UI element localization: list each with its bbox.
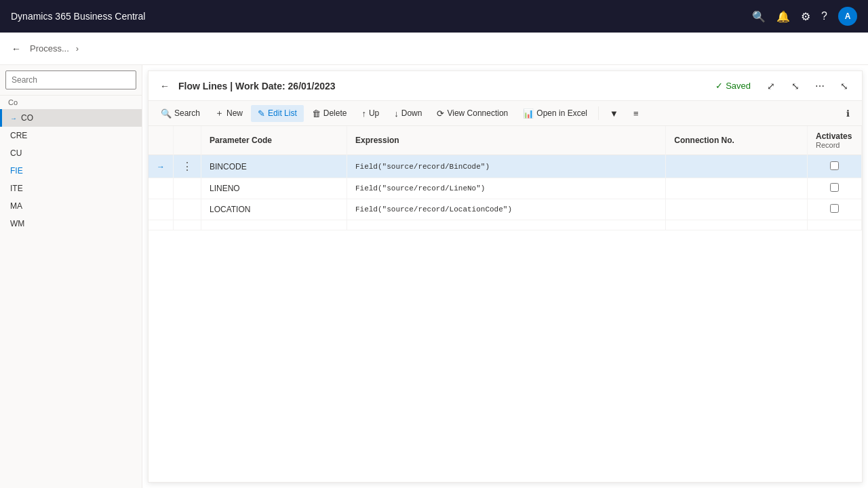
row-expression: Field("source/record/LineNo") — [347, 178, 665, 199]
avatar[interactable]: A — [838, 7, 857, 26]
search-button[interactable]: 🔍 Search — [154, 105, 207, 122]
sidebar-item-label: ITE — [10, 184, 23, 193]
notification-icon[interactable]: 🔔 — [776, 10, 790, 23]
filter-icon: ▼ — [610, 108, 618, 119]
th-connection-no: Connection No. — [666, 126, 808, 155]
table-row[interactable]: LOCATION Field("source/record/LocationCo… — [149, 199, 862, 220]
row-activates-record[interactable] — [808, 155, 862, 178]
row-arrow — [149, 199, 174, 220]
delete-button[interactable]: 🗑 Delete — [305, 105, 354, 122]
row-parameter-code: LOCATION — [201, 199, 347, 220]
saved-button[interactable]: ✓ Saved — [710, 78, 756, 94]
search-label: Search — [174, 108, 200, 118]
sidebar: Co → CO CRE CU FIE ITE MA WM — [0, 65, 142, 488]
row-menu[interactable] — [174, 178, 201, 199]
row-parameter-code: LINENO — [201, 178, 347, 199]
sidebar-item-label: CRE — [10, 131, 27, 140]
search-icon[interactable]: 🔍 — [752, 10, 766, 23]
row-connection-no — [666, 220, 808, 230]
topbar: Dynamics 365 Business Central 🔍 🔔 ⚙ ? A — [0, 0, 868, 33]
sidebar-item-cre[interactable]: CRE — [0, 127, 142, 144]
toolbar: 🔍 Search ＋ New ✎ Edit List 🗑 Delete ↑ — [149, 101, 862, 126]
delete-label: Delete — [323, 108, 347, 118]
open-in-excel-button[interactable]: 📊 Open in Excel — [516, 105, 594, 122]
sidebar-item-co[interactable]: → CO — [0, 109, 142, 127]
search-toolbar-icon: 🔍 — [161, 108, 172, 119]
excel-icon: 📊 — [523, 108, 534, 119]
sidebar-item-ma[interactable]: MA — [0, 197, 142, 215]
main-content: ← Flow Lines | Work Date: 26/01/2023 ✓ S… — [142, 65, 868, 488]
view-connection-button[interactable]: ⟳ View Connection — [430, 105, 515, 122]
row-menu[interactable] — [174, 199, 201, 220]
info-icon: ℹ — [846, 108, 850, 119]
sub-panel-title: Flow Lines | Work Date: 26/01/2023 — [178, 81, 705, 92]
th-activates-record: Activates Record — [808, 126, 862, 155]
row-connection-no — [666, 178, 808, 199]
expand-icon[interactable]: ⤡ — [786, 77, 805, 96]
row-parameter-code: BINCODE — [201, 155, 347, 178]
activates-record-checkbox[interactable] — [830, 161, 839, 170]
open-in-excel-label: Open in Excel — [536, 108, 587, 118]
sub-panel-back-button[interactable]: ← — [157, 78, 173, 94]
columns-icon: ≡ — [633, 108, 639, 119]
arrow-icon: → — [10, 115, 17, 122]
edit-list-icon: ✎ — [258, 108, 265, 119]
filter-button[interactable]: ▼ — [603, 105, 625, 122]
table-row[interactable]: LINENO Field("source/record/LineNo") — [149, 178, 862, 199]
table-row[interactable]: → ⋮ BINCODE Field("source/record/BinCode… — [149, 155, 862, 178]
th-expression: Expression — [347, 126, 665, 155]
table-container: Parameter Code Expression Connection No.… — [149, 126, 862, 482]
down-button[interactable]: ↓ Down — [387, 105, 429, 122]
row-expression: Field("source/record/LocationCode") — [347, 199, 665, 220]
new-icon: ＋ — [215, 107, 224, 119]
saved-checkmark-icon: ✓ — [715, 81, 723, 91]
up-icon: ↑ — [361, 108, 366, 119]
edit-list-button[interactable]: ✎ Edit List — [251, 105, 304, 122]
saved-label: Saved — [726, 81, 751, 91]
row-activates-record[interactable] — [808, 199, 862, 220]
nav-back-button[interactable]: ← — [5, 38, 27, 60]
table-row[interactable] — [149, 220, 862, 230]
new-button[interactable]: ＋ New — [208, 104, 250, 123]
sidebar-item-ite[interactable]: ITE — [0, 180, 142, 197]
view-connection-icon: ⟳ — [437, 108, 444, 119]
row-menu[interactable]: ⋮ — [174, 155, 201, 178]
navbar: ← Process... › — [0, 33, 868, 65]
row-menu[interactable] — [174, 220, 201, 230]
row-activates-record[interactable] — [808, 178, 862, 199]
more-options-icon[interactable]: ⋯ — [810, 77, 829, 96]
activates-record-checkbox[interactable] — [830, 204, 839, 213]
columns-button[interactable]: ≡ — [627, 105, 646, 122]
activates-record-checkbox[interactable] — [830, 183, 839, 192]
th-menu — [174, 126, 201, 155]
info-button[interactable]: ℹ — [840, 105, 856, 122]
new-label: New — [226, 108, 243, 118]
sidebar-item-empty[interactable] — [0, 232, 142, 241]
open-external-icon[interactable]: ⤢ — [762, 77, 781, 96]
edit-list-label: Edit List — [268, 108, 297, 118]
row-activates-record[interactable] — [808, 220, 862, 230]
row-connection-no — [666, 199, 808, 220]
sub-panel: ← Flow Lines | Work Date: 26/01/2023 ✓ S… — [148, 70, 863, 483]
toolbar-separator — [598, 106, 599, 120]
search-input[interactable] — [5, 70, 136, 89]
breadcrumb-parent: Process... — [30, 43, 69, 54]
sidebar-item-label: CO — [21, 113, 33, 123]
row-arrow — [149, 178, 174, 199]
help-icon[interactable]: ? — [821, 10, 827, 22]
row-parameter-code — [201, 220, 347, 230]
sidebar-item-cu[interactable]: CU — [0, 144, 142, 162]
sidebar-item-wm[interactable]: WM — [0, 215, 142, 232]
content-area: Co → CO CRE CU FIE ITE MA WM — [0, 65, 868, 488]
sub-panel-header: ← Flow Lines | Work Date: 26/01/2023 ✓ S… — [149, 71, 862, 101]
sidebar-item-fie[interactable]: FIE — [0, 162, 142, 180]
view-connection-label: View Connection — [447, 108, 508, 118]
down-label: Down — [401, 108, 422, 118]
th-arrow — [149, 126, 174, 155]
up-label: Up — [369, 108, 379, 118]
sidebar-item-label: FIE — [10, 166, 23, 176]
settings-icon[interactable]: ⚙ — [801, 10, 810, 23]
up-button[interactable]: ↑ Up — [355, 105, 386, 122]
close-panel-icon[interactable]: ⤡ — [835, 77, 854, 96]
topbar-icons: 🔍 🔔 ⚙ ? A — [752, 7, 857, 26]
